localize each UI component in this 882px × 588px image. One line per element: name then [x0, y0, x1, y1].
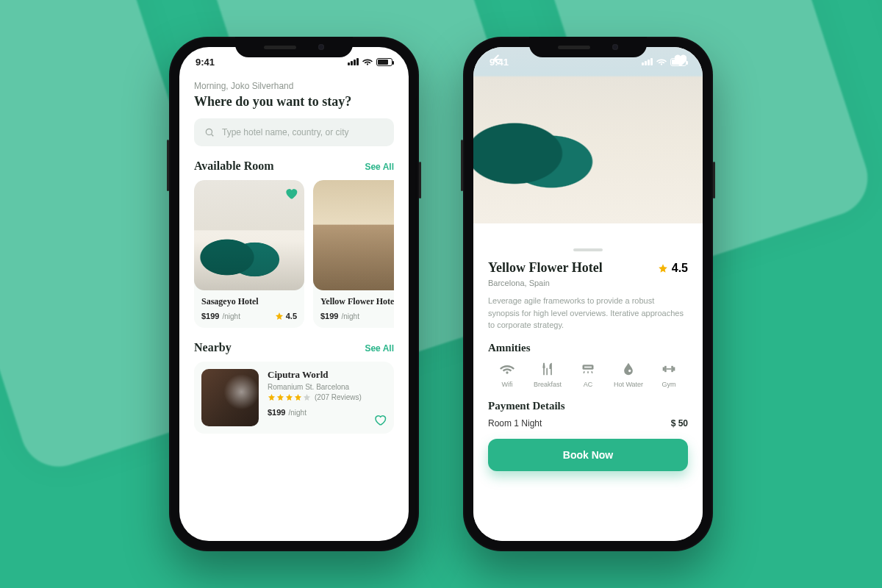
see-all-available[interactable]: See All — [365, 162, 394, 172]
nearby-per: /night — [288, 409, 306, 417]
status-time: 9:41 — [490, 57, 509, 68]
battery-icon — [376, 58, 392, 66]
signal-icon — [348, 58, 359, 65]
amenity-label: AC — [584, 381, 593, 388]
amenity-label: Breakfast — [534, 381, 562, 388]
room-image — [194, 180, 304, 290]
phone-home: 9:41 Morning, Joko Silverhand Where do y… — [169, 37, 419, 551]
room-price: $199 — [201, 312, 219, 320]
status-indicators — [642, 57, 686, 67]
amenity-gym: Gym — [651, 362, 686, 388]
nearby-image — [201, 369, 259, 426]
page-headline: Where do you want to stay? — [194, 94, 394, 110]
star-icon — [303, 393, 311, 401]
section-available-title: Available Room — [194, 159, 274, 173]
room-per: /night — [222, 312, 240, 320]
hotel-rating: 4.5 — [658, 262, 688, 275]
amenity-label: Hot Water — [614, 381, 643, 388]
phone-detail: 9:41 Yellow Flower Hotel — [463, 37, 713, 551]
available-rooms-list: Sasageyo Hotel $199 /night 4.5 — [194, 180, 394, 328]
section-nearby-title: Nearby — [194, 341, 232, 354]
book-now-button[interactable]: Book Now — [488, 439, 688, 471]
svg-rect-7 — [667, 368, 672, 370]
svg-line-1 — [212, 135, 214, 137]
wifi-icon — [362, 57, 373, 67]
svg-rect-9 — [673, 367, 675, 370]
room-name: Sasageyo Hotel — [201, 296, 297, 307]
battery-icon — [670, 58, 686, 66]
svg-point-4 — [628, 369, 631, 371]
star-icon — [268, 393, 276, 401]
sheet-handle[interactable] — [573, 248, 603, 251]
search-field[interactable] — [194, 118, 394, 146]
svg-rect-6 — [664, 365, 667, 371]
nearby-reviews: (207 Reviews) — [315, 393, 362, 401]
nearby-address: Romanium St. Barcelona — [268, 383, 387, 391]
dumbbell-icon — [662, 362, 676, 376]
star-icon — [276, 393, 284, 401]
heart-outline-icon[interactable] — [373, 413, 387, 426]
search-input[interactable] — [222, 127, 384, 137]
amenity-label: Wifi — [502, 381, 513, 388]
room-name: Yellow Flower Hotel — [320, 296, 394, 307]
svg-rect-8 — [671, 365, 673, 371]
hotel-location: Barcelona, Spain — [488, 279, 688, 287]
payment-line: Room 1 Night — [488, 418, 542, 429]
hotel-description: Leverage agile frameworks to provide a r… — [488, 295, 688, 331]
heart-icon[interactable] — [284, 186, 298, 201]
water-drop-icon — [621, 362, 636, 376]
utensils-icon — [540, 362, 555, 376]
amenities-title: Amnities — [488, 342, 688, 354]
nearby-name: Ciputra World — [268, 369, 387, 381]
star-icon — [294, 393, 302, 401]
payment-price: $ 50 — [671, 418, 688, 429]
amenity-label: Gym — [662, 381, 676, 388]
amenity-ac: AC — [570, 362, 606, 388]
amenity-breakfast: Breakfast — [530, 362, 565, 388]
svg-rect-5 — [663, 367, 665, 370]
nearby-price: $199 — [268, 408, 285, 417]
see-all-nearby[interactable]: See All — [365, 343, 394, 354]
hotel-title: Yellow Flower Hotel — [488, 260, 603, 276]
ac-icon — [581, 362, 595, 376]
signal-icon — [642, 58, 653, 65]
room-price: $199 — [320, 312, 338, 320]
room-card[interactable]: Sasageyo Hotel $199 /night 4.5 — [194, 180, 304, 328]
room-rating: 4.5 — [275, 312, 297, 320]
status-indicators — [348, 57, 392, 67]
detail-sheet: Yellow Flower Hotel 4.5 Barcelona, Spain… — [473, 238, 703, 541]
search-icon — [204, 127, 215, 137]
svg-point-0 — [206, 129, 212, 135]
greeting-text: Morning, Joko Silverhand — [194, 81, 394, 91]
star-icon — [658, 263, 668, 273]
star-icon — [275, 312, 284, 320]
wifi-icon — [656, 57, 667, 67]
room-image — [313, 180, 394, 290]
status-time: 9:41 — [196, 57, 215, 68]
amenity-hotwater: Hot Water — [611, 362, 646, 388]
svg-rect-3 — [584, 366, 592, 368]
amenity-wifi: Wifi — [490, 362, 525, 388]
wifi-icon — [500, 362, 514, 376]
room-card[interactable]: Yellow Flower Hotel $199 /night — [313, 180, 394, 328]
room-per: /night — [341, 312, 359, 320]
nearby-card[interactable]: Ciputra World Romanium St. Barcelona (20… — [194, 362, 394, 434]
amenities-list: Wifi Breakfast AC Hot Water Gym — [488, 362, 688, 388]
nearby-rating: (207 Reviews) — [268, 393, 387, 401]
star-icon — [285, 393, 293, 401]
payment-title: Payment Details — [488, 400, 688, 412]
